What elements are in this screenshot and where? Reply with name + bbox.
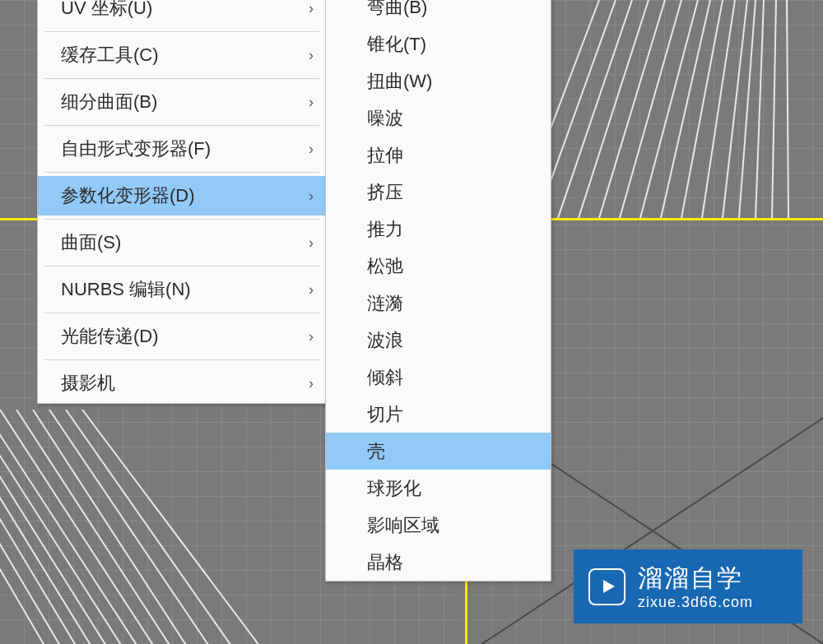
menu-camera[interactable]: 摄影机 › bbox=[38, 364, 326, 403]
menu-cache-tools[interactable]: 缓存工具(C) › bbox=[38, 35, 326, 75]
menu-label: 锥化(T) bbox=[367, 32, 426, 57]
menu-label: 挤压 bbox=[367, 180, 403, 205]
menu-label: 自由形式变形器(F) bbox=[61, 137, 211, 161]
svg-line-16 bbox=[0, 430, 181, 644]
submenu-ripple[interactable]: 涟漪 bbox=[326, 285, 551, 322]
chevron-right-icon: › bbox=[309, 94, 314, 111]
menu-label: 涟漪 bbox=[367, 291, 403, 316]
chevron-right-icon: › bbox=[309, 141, 314, 158]
svg-line-5 bbox=[620, 0, 681, 218]
chevron-right-icon: › bbox=[309, 375, 314, 392]
menu-nurbs-edit[interactable]: NURBS 编辑(N) › bbox=[38, 270, 326, 309]
menu-separator bbox=[44, 266, 319, 266]
menu-label: 推力 bbox=[367, 217, 403, 242]
submenu-lattice[interactable]: 晶格 bbox=[326, 544, 551, 581]
menu-label: 光能传递(D) bbox=[61, 324, 159, 349]
menu-label: 参数化变形器(D) bbox=[61, 183, 195, 208]
menu-label: 波浪 bbox=[367, 328, 403, 353]
menu-label: 弯曲(B) bbox=[367, 0, 427, 20]
chevron-right-icon: › bbox=[309, 281, 314, 299]
submenu-wave[interactable]: 波浪 bbox=[326, 322, 551, 359]
svg-line-23 bbox=[16, 410, 230, 644]
submenu-squeeze[interactable]: 挤压 bbox=[326, 174, 551, 211]
submenu-shell[interactable]: 壳 bbox=[326, 433, 551, 470]
submenu-noise[interactable]: 噪波 bbox=[326, 100, 551, 137]
menu-label: 球形化 bbox=[367, 476, 421, 501]
submenu-skew[interactable]: 倾斜 bbox=[326, 359, 551, 396]
menu-separator bbox=[44, 78, 319, 79]
menu-separator bbox=[44, 219, 319, 220]
play-icon bbox=[588, 568, 625, 605]
svg-line-13 bbox=[772, 0, 776, 218]
menu-surface[interactable]: 曲面(S) › bbox=[38, 223, 326, 262]
sub-context-menu: 弯曲(B) 锥化(T) 扭曲(W) 噪波 拉伸 挤压 推力 松弛 涟漪 波浪 倾… bbox=[325, 0, 551, 581]
submenu-twist[interactable]: 扭曲(W) bbox=[326, 63, 551, 100]
menu-label: 扭曲(W) bbox=[367, 69, 432, 94]
svg-line-11 bbox=[739, 0, 756, 218]
menu-parametric-deform[interactable]: 参数化变形器(D) › bbox=[38, 176, 326, 215]
submenu-slice[interactable]: 切片 bbox=[326, 396, 551, 433]
svg-line-10 bbox=[723, 0, 747, 218]
svg-line-26 bbox=[66, 410, 296, 644]
svg-line-19 bbox=[0, 492, 132, 644]
menu-label: 影响区域 bbox=[367, 513, 439, 538]
menu-label: 拉伸 bbox=[367, 143, 403, 168]
menu-uv-coords[interactable]: UV 坐标(U) › bbox=[38, 0, 326, 28]
svg-line-4 bbox=[599, 0, 665, 218]
submenu-spherify[interactable]: 球形化 bbox=[326, 470, 551, 507]
submenu-push[interactable]: 推力 bbox=[326, 211, 551, 248]
menu-separator bbox=[44, 313, 319, 313]
watermark-title: 溜溜自学 bbox=[638, 562, 753, 595]
svg-line-12 bbox=[756, 0, 764, 218]
menu-label: 曲面(S) bbox=[61, 230, 121, 255]
chevron-right-icon: › bbox=[309, 47, 314, 64]
submenu-affect-region[interactable]: 影响区域 bbox=[326, 507, 551, 544]
menu-separator bbox=[44, 125, 319, 126]
submenu-relax[interactable]: 松弛 bbox=[326, 248, 551, 285]
main-context-menu: UV 坐标(U) › 缓存工具(C) › 细分曲面(B) › 自由形式变形器(F… bbox=[37, 0, 327, 404]
watermark-url: zixue.3d66.com bbox=[638, 594, 753, 611]
svg-line-9 bbox=[702, 0, 735, 218]
chevron-right-icon: › bbox=[309, 0, 314, 17]
menu-label: 切片 bbox=[367, 402, 403, 427]
menu-label: 细分曲面(B) bbox=[61, 90, 157, 114]
svg-line-24 bbox=[33, 410, 247, 644]
watermark-badge: 溜溜自学 zixue.3d66.com bbox=[574, 549, 802, 623]
menu-label: 倾斜 bbox=[367, 365, 403, 390]
menu-label: 缓存工具(C) bbox=[61, 43, 159, 67]
menu-freeform-deform[interactable]: 自由形式变形器(F) › bbox=[38, 129, 326, 169]
menu-label: 壳 bbox=[367, 439, 385, 464]
menu-subdivision[interactable]: 细分曲面(B) › bbox=[38, 82, 326, 122]
menu-label: 噪波 bbox=[367, 106, 403, 131]
chevron-right-icon: › bbox=[309, 188, 314, 205]
svg-line-14 bbox=[787, 0, 788, 218]
menu-label: 摄影机 bbox=[61, 371, 115, 396]
menu-label: NURBS 编辑(N) bbox=[61, 277, 191, 302]
menu-label: 晶格 bbox=[367, 550, 403, 575]
submenu-stretch[interactable]: 拉伸 bbox=[326, 137, 551, 174]
menu-separator bbox=[44, 172, 319, 173]
menu-separator bbox=[44, 31, 319, 32]
menu-separator bbox=[44, 359, 319, 360]
submenu-taper[interactable]: 锥化(T) bbox=[326, 25, 551, 63]
svg-line-17 bbox=[0, 451, 165, 644]
svg-line-2 bbox=[558, 0, 632, 218]
chevron-right-icon: › bbox=[309, 328, 314, 345]
menu-label: 松弛 bbox=[367, 254, 403, 279]
svg-line-3 bbox=[579, 0, 649, 218]
menu-label: UV 坐标(U) bbox=[61, 0, 152, 21]
menu-radiosity[interactable]: 光能传递(D) › bbox=[38, 317, 326, 356]
submenu-bend[interactable]: 弯曲(B) bbox=[326, 0, 551, 25]
chevron-right-icon: › bbox=[309, 234, 314, 252]
